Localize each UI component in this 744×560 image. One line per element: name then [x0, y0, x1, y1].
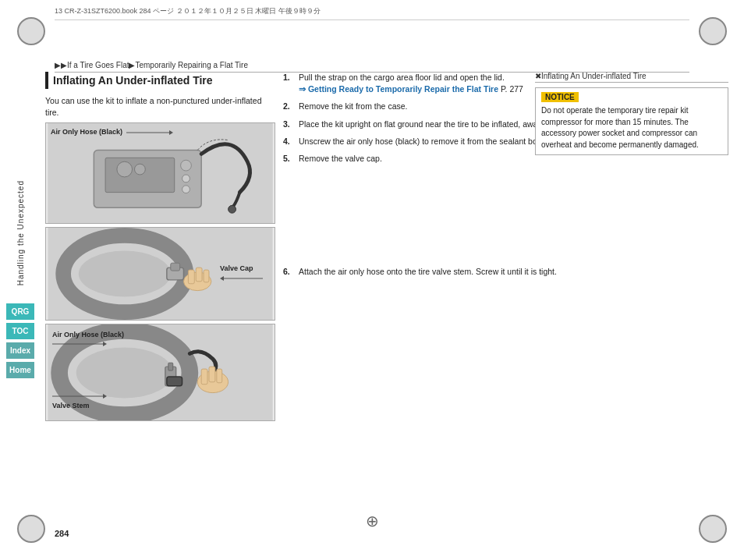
svg-marker-25 — [103, 394, 107, 399]
svg-rect-34 — [209, 367, 215, 382]
section-bar — [45, 72, 48, 89]
info-panel: ✖Inflating An Under-inflated Tire NOTICE… — [535, 72, 728, 155]
step-1-link[interactable]: ⇒ Getting Ready to Temporarily Repair th… — [299, 84, 498, 94]
svg-rect-19 — [188, 270, 194, 284]
diagram-bot-label-top: Air Only Hose (Black) — [52, 331, 124, 349]
diagram-top-label: Air Only Hose (Black) — [51, 128, 173, 137]
sidebar-item-qrg[interactable]: QRG — [6, 303, 34, 320]
diagram-bot: Air Only Hose (Black) Valve Stem — [45, 324, 275, 421]
info-header: ✖Inflating An Under-inflated Tire — [535, 72, 728, 83]
step-6: 6. Attach the air only hose onto the tir… — [283, 266, 728, 278]
step-6-text: Attach the air only hose onto the tire v… — [299, 266, 728, 278]
notice-box: NOTICE Do not operate the temporary tire… — [535, 87, 728, 155]
diagram-top-svg — [46, 123, 275, 223]
svg-rect-17 — [171, 264, 180, 271]
svg-point-8 — [117, 162, 133, 178]
page-number: 284 — [55, 529, 69, 538]
corner-decoration-tr — [699, 17, 727, 45]
svg-point-5 — [181, 161, 192, 172]
svg-point-15 — [79, 251, 171, 297]
breadcrumb: ▶▶If a Tire Goes Flat▶Temporarily Repair… — [55, 61, 689, 73]
svg-point-28 — [76, 348, 173, 399]
svg-point-6 — [182, 175, 190, 183]
sidebar-item-toc[interactable]: TOC — [6, 323, 34, 339]
svg-marker-23 — [103, 342, 107, 346]
diagram-top: Air Only Hose (Black) — [45, 122, 275, 224]
crosshair-bottom-center: ⊕ — [366, 512, 379, 530]
svg-rect-20 — [196, 268, 202, 282]
step-1-page: P. 277 — [501, 84, 523, 94]
notice-text: Do not operate the temporary tire repair… — [541, 105, 722, 151]
svg-rect-33 — [201, 369, 207, 385]
svg-point-7 — [182, 186, 190, 193]
top-metadata: 13 CR-Z-31SZT6200.book 284 ページ ２０１２年１０月２… — [55, 6, 689, 20]
step-1-num: 1. — [283, 72, 296, 95]
notice-label: NOTICE — [541, 92, 579, 102]
step-4-num: 4. — [283, 136, 296, 147]
svg-rect-4 — [105, 158, 175, 193]
svg-point-10 — [229, 206, 236, 214]
svg-rect-30 — [168, 363, 173, 371]
svg-rect-31 — [167, 377, 182, 386]
sidebar-item-index[interactable]: Index — [6, 342, 34, 359]
step-6-num: 6. — [283, 266, 296, 278]
step-3-num: 3. — [283, 119, 296, 130]
diagram-bot-label-bot: Valve Stem — [52, 392, 107, 409]
left-panel: Inflating An Under-inflated Tire You can… — [45, 72, 275, 521]
diagram-mid: Valve Cap — [45, 227, 275, 321]
sidebar-label: Handling the Unexpected — [16, 180, 25, 285]
sidebar-item-home[interactable]: Home — [6, 362, 34, 378]
intro-text: You can use the kit to inflate a non-pun… — [45, 95, 275, 118]
step-2-num: 2. — [283, 101, 296, 112]
diagram-mid-label: Valve Cap — [220, 264, 267, 283]
file-info: 13 CR-Z-31SZT6200.book 284 ページ ２０１２年１０月２… — [55, 6, 321, 16]
section-header: Inflating An Under-inflated Tire — [45, 72, 275, 89]
svg-rect-35 — [217, 369, 222, 383]
section-title: Inflating An Under-inflated Tire — [53, 74, 213, 87]
step-5-num: 5. — [283, 153, 296, 165]
svg-marker-1 — [169, 130, 173, 135]
sidebar: Handling the Unexpected QRG TOC Index Ho… — [0, 0, 41, 560]
svg-point-9 — [135, 165, 146, 175]
svg-rect-21 — [204, 270, 209, 282]
svg-marker-12 — [220, 276, 224, 281]
